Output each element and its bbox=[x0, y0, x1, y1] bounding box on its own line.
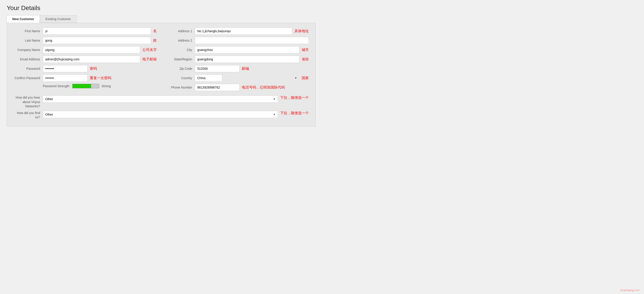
address1-annotation: 具体地址 bbox=[294, 29, 309, 33]
last-name-annotation: 姓 bbox=[153, 38, 157, 43]
hear-about-annotation: 下拉，随便选一个 bbox=[280, 96, 309, 100]
phone-row: Phone Number 电话号码，记得加国际代码 bbox=[166, 84, 309, 91]
confirm-password-annotation: 重复一次密码 bbox=[90, 76, 111, 80]
strength-text: Strong bbox=[102, 84, 110, 88]
phone-annotation: 电话号码，记得加国际代码 bbox=[242, 85, 285, 90]
confirm-password-row: Confirm Password 重复一次密码 bbox=[14, 74, 157, 82]
last-name-row: Last Name 姓 bbox=[14, 37, 157, 44]
find-us-label: How did you find us? bbox=[14, 111, 43, 120]
right-section: Address 1 具体地址 Address 2 City 城市 bbox=[166, 27, 309, 93]
company-name-input[interactable] bbox=[43, 46, 140, 53]
phone-label: Phone Number bbox=[166, 85, 195, 89]
company-name-row: Company Name 公司名字 bbox=[14, 46, 157, 53]
address1-label: Address 1 bbox=[166, 29, 195, 33]
first-name-input[interactable] bbox=[43, 27, 151, 35]
country-select[interactable]: China United States United Kingdom Other bbox=[195, 74, 222, 82]
strength-bar bbox=[72, 84, 91, 88]
password-annotation: 密码 bbox=[90, 66, 97, 71]
country-select-wrapper: China United States United Kingdom Other bbox=[195, 74, 300, 82]
country-label: Country bbox=[166, 76, 195, 80]
password-input[interactable] bbox=[43, 65, 88, 72]
last-name-input[interactable] bbox=[43, 37, 151, 44]
tab-existing-customer[interactable]: Existing Customer bbox=[40, 15, 76, 23]
city-row: City 城市 bbox=[166, 46, 309, 53]
address2-input[interactable] bbox=[195, 37, 309, 44]
hear-about-select[interactable]: Other Search Engine Social Media Friend … bbox=[43, 96, 278, 103]
zip-row: Zip Code 邮编 bbox=[166, 65, 309, 72]
state-row: State/Region 省份 bbox=[166, 56, 309, 63]
email-label: Email Address bbox=[14, 57, 43, 61]
hear-about-select-wrapper: Other Search Engine Social Media Friend … bbox=[43, 96, 278, 103]
password-strength-row: Password Strength: Strong bbox=[14, 84, 157, 88]
company-name-annotation: 公司名字 bbox=[142, 48, 157, 52]
zip-annotation: 邮编 bbox=[242, 66, 249, 71]
zip-label: Zip Code bbox=[166, 67, 195, 71]
last-name-label: Last Name bbox=[14, 38, 43, 42]
confirm-password-label: Confirm Password bbox=[14, 76, 43, 80]
city-input[interactable] bbox=[195, 46, 300, 53]
form-grid: First Name 名 Last Name 姓 Company Name 公司… bbox=[14, 27, 309, 93]
email-annotation: 电子邮箱 bbox=[142, 57, 157, 62]
first-name-label: First Name bbox=[14, 29, 43, 33]
find-us-select-wrapper: Other Search Engine Social Media Friend … bbox=[43, 111, 278, 118]
password-row: Password 密码 bbox=[14, 65, 157, 72]
hear-about-row: How did you hear about Virpus Networks? … bbox=[14, 96, 309, 109]
company-name-label: Company Name bbox=[14, 48, 43, 52]
first-name-row: First Name 名 bbox=[14, 27, 157, 35]
email-input[interactable] bbox=[43, 56, 140, 63]
country-annotation: 国家 bbox=[302, 76, 309, 80]
address2-row: Address 2 bbox=[166, 37, 309, 44]
first-name-annotation: 名 bbox=[153, 29, 157, 33]
zip-input[interactable] bbox=[195, 65, 240, 72]
form-container: First Name 名 Last Name 姓 Company Name 公司… bbox=[7, 23, 316, 127]
tab-new-customer[interactable]: New Customer bbox=[7, 15, 40, 23]
left-section: First Name 名 Last Name 姓 Company Name 公司… bbox=[14, 27, 157, 93]
bottom-section: How did you hear about Virpus Networks? … bbox=[14, 96, 309, 120]
confirm-password-input[interactable] bbox=[43, 74, 88, 82]
strength-bar-container bbox=[72, 84, 99, 88]
state-annotation: 省份 bbox=[302, 57, 309, 62]
city-label: City bbox=[166, 48, 195, 52]
country-row: Country China United States United Kingd… bbox=[166, 74, 309, 82]
address1-input[interactable] bbox=[195, 27, 292, 35]
page-title: Your Details bbox=[7, 4, 316, 12]
hear-about-label: How did you hear about Virpus Networks? bbox=[14, 96, 43, 109]
state-input[interactable] bbox=[195, 56, 300, 63]
tabs: New Customer Existing Customer bbox=[7, 15, 316, 23]
find-us-select[interactable]: Other Search Engine Social Media Friend … bbox=[43, 111, 278, 118]
strength-label: Password Strength: bbox=[43, 84, 70, 88]
email-row: Email Address 电子邮箱 bbox=[14, 56, 157, 63]
password-label: Password bbox=[14, 67, 43, 71]
state-label: State/Region bbox=[166, 57, 195, 61]
find-us-row: How did you find us? Other Search Engine… bbox=[14, 111, 309, 120]
find-us-annotation: 下拉，随便选一个 bbox=[280, 111, 309, 116]
address1-row: Address 1 具体地址 bbox=[166, 27, 309, 35]
city-annotation: 城市 bbox=[302, 48, 309, 52]
address2-label: Address 2 bbox=[166, 38, 195, 42]
phone-input[interactable] bbox=[195, 84, 240, 91]
